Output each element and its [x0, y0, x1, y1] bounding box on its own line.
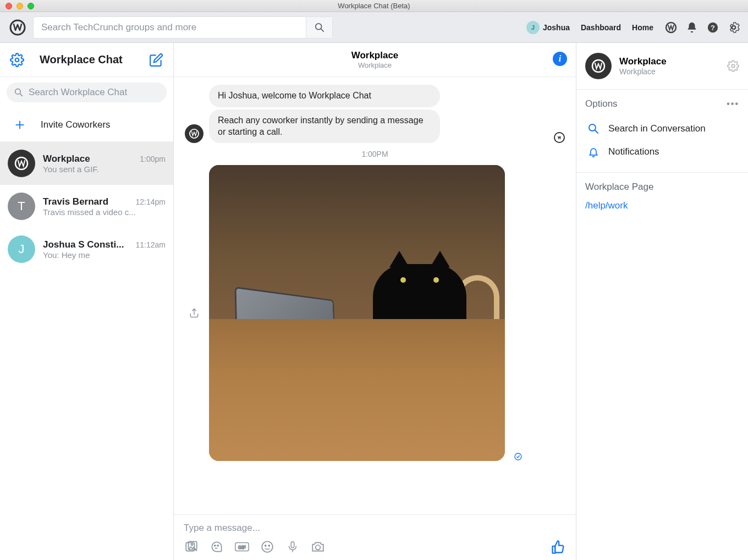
- user-name-label: Joshua: [543, 23, 570, 32]
- invite-label: Invite Coworkers: [41, 119, 111, 130]
- option-label: Notifications: [608, 146, 659, 157]
- conv-time: 12:14pm: [136, 197, 166, 206]
- svg-point-15: [515, 453, 521, 460]
- options-heading: Options: [585, 98, 618, 109]
- svg-point-13: [190, 129, 199, 138]
- workplace-page-heading: Workplace Page: [585, 182, 739, 193]
- svg-point-24: [265, 545, 266, 546]
- share-icon[interactable]: [185, 308, 204, 319]
- svg-point-0: [10, 20, 25, 35]
- sidebar-settings-gear-icon[interactable]: [10, 53, 24, 67]
- conversation-item-travis[interactable]: T Travis Bernard12:14pm Travis missed a …: [0, 185, 173, 228]
- timestamp-label: 1:00PM: [185, 150, 565, 158]
- settings-gear-icon[interactable]: [727, 21, 740, 34]
- conv-preview: Travis missed a video c...: [43, 207, 166, 217]
- svg-point-1: [315, 23, 321, 29]
- notifications-bell-icon[interactable]: [685, 21, 698, 34]
- svg-point-8: [15, 89, 21, 95]
- zoom-window-icon[interactable]: [28, 3, 34, 9]
- conversation-item-workplace[interactable]: Workplace1:00pm You sent a GIF.: [0, 142, 173, 185]
- workplace-badge-icon: [554, 132, 565, 143]
- minimize-window-icon[interactable]: [16, 3, 23, 9]
- thumbs-up-icon[interactable]: [551, 539, 566, 554]
- conv-time: 1:00pm: [140, 155, 166, 163]
- top-navbar: J Joshua Dashboard Home ?: [0, 12, 748, 43]
- right-panel-header: Workplace Workplace: [576, 43, 748, 90]
- emoji-icon[interactable]: [260, 539, 275, 554]
- close-window-icon[interactable]: [6, 3, 12, 9]
- message-avatar-icon: [185, 124, 204, 143]
- message-composer: GIF: [174, 514, 576, 560]
- composer-input[interactable]: [184, 523, 566, 534]
- camera-icon[interactable]: [310, 539, 326, 554]
- svg-point-25: [268, 545, 270, 546]
- chat-pane: Workplace Workplace i Hi Joshua, welcome…: [174, 43, 576, 560]
- svg-point-6: [732, 26, 735, 29]
- conv-time: 11:12am: [136, 240, 166, 249]
- sidebar-search-input[interactable]: [29, 87, 159, 98]
- conv-name: Joshua S Consti...: [43, 239, 124, 250]
- svg-rect-26: [291, 542, 294, 548]
- sticker-icon[interactable]: [209, 539, 224, 554]
- svg-text:GIF: GIF: [238, 545, 246, 550]
- left-sidebar: Workplace Chat Invite Coworkers Workplac…: [0, 43, 174, 560]
- window-titlebar: Workplace Chat (Beta): [0, 0, 748, 12]
- global-search-button[interactable]: [306, 17, 332, 38]
- window-title: Workplace Chat (Beta): [0, 2, 748, 10]
- gif-message-image[interactable]: [209, 165, 505, 461]
- svg-point-30: [732, 64, 735, 68]
- plus-icon: [13, 118, 26, 131]
- attach-photo-icon[interactable]: [184, 539, 199, 554]
- svg-point-20: [217, 545, 218, 546]
- svg-point-31: [589, 124, 596, 131]
- nav-dashboard[interactable]: Dashboard: [581, 23, 621, 32]
- compose-new-message-icon[interactable]: [149, 53, 163, 67]
- svg-point-23: [262, 541, 273, 552]
- notifications-option-button[interactable]: Notifications: [585, 140, 739, 163]
- workplace-page-link[interactable]: /help/work: [585, 200, 739, 211]
- search-icon: [14, 88, 23, 97]
- bell-icon: [587, 146, 600, 158]
- chat-subtitle: Workplace: [358, 61, 392, 69]
- global-search-input[interactable]: [34, 22, 306, 33]
- search-in-conversation-button[interactable]: Search in Conversation: [585, 117, 739, 140]
- svg-point-12: [15, 157, 28, 169]
- user-profile-chip[interactable]: J Joshua: [526, 21, 570, 34]
- conv-name: Travis Bernard: [43, 196, 108, 207]
- avatar-icon: T: [8, 193, 35, 220]
- nav-home[interactable]: Home: [632, 23, 653, 32]
- invite-coworkers-button[interactable]: Invite Coworkers: [0, 108, 173, 142]
- search-icon: [587, 123, 600, 135]
- svg-line-32: [595, 130, 598, 133]
- svg-point-18: [191, 543, 193, 545]
- delivered-check-icon: [514, 452, 522, 461]
- panel-gear-icon[interactable]: [727, 60, 739, 72]
- chat-title: Workplace: [351, 50, 399, 61]
- conv-preview: You sent a GIF.: [43, 164, 166, 174]
- chat-header: Workplace Workplace i: [174, 43, 576, 77]
- option-label: Search in Conversation: [608, 123, 706, 134]
- contact-name: Workplace: [619, 56, 667, 67]
- contact-avatar-icon: [585, 53, 612, 79]
- conversation-item-joshua[interactable]: J Joshua S Consti...11:12am You: Hey me: [0, 228, 173, 271]
- svg-point-29: [592, 60, 604, 72]
- sidebar-search[interactable]: [7, 83, 167, 102]
- messages-scroll[interactable]: Hi Joshua, welcome to Workplace Chat Rea…: [174, 77, 576, 514]
- conv-name: Workplace: [43, 153, 90, 164]
- user-avatar-icon: J: [526, 21, 540, 34]
- microphone-icon[interactable]: [285, 539, 300, 554]
- message-bubble: Hi Joshua, welcome to Workplace Chat: [209, 85, 440, 107]
- gif-icon[interactable]: GIF: [234, 539, 250, 554]
- svg-point-3: [666, 23, 676, 32]
- help-icon[interactable]: ?: [706, 21, 719, 34]
- workplace-logo-icon[interactable]: [8, 18, 28, 37]
- global-search[interactable]: [33, 17, 333, 39]
- right-panel: Workplace Workplace Options ••• Search i…: [576, 43, 748, 560]
- more-options-icon[interactable]: •••: [727, 99, 739, 109]
- conv-preview: You: Hey me: [43, 250, 166, 260]
- contact-sub: Workplace: [619, 67, 667, 76]
- svg-point-7: [15, 58, 19, 62]
- workplace-ring-icon[interactable]: [664, 21, 678, 34]
- info-icon[interactable]: i: [553, 52, 567, 66]
- avatar-icon: [8, 150, 35, 177]
